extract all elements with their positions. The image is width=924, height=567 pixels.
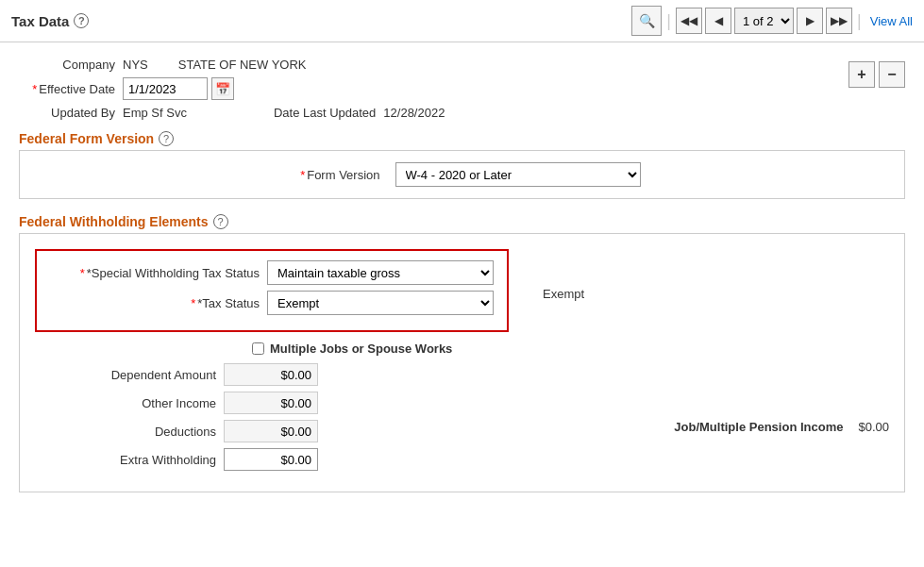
other-income-label: Other Income — [35, 396, 224, 410]
updated-by-left: Updated By Emp Sf Svc — [19, 106, 198, 120]
tax-status-label: *Tax Status — [50, 296, 267, 310]
effective-date-row: Effective Date 📅 — [19, 77, 848, 100]
form-version-select[interactable]: W-4 - 2020 or Later W-4 - 2019 or Earlie… — [395, 162, 641, 187]
highlighted-area: *Special Withholding Tax Status Maintain… — [35, 249, 889, 342]
withholding-section: *Special Withholding Tax Status Maintain… — [19, 233, 905, 492]
nav-last-button[interactable]: ▶▶ — [826, 8, 852, 34]
job-pension-label: Job/Multiple Pension Income — [674, 420, 843, 434]
header-bar: Tax Data ? 🔍 | ◀◀ ◀ 1 of 2 2 of 2 ▶ ▶▶ |… — [0, 0, 924, 42]
title-text: Tax Data — [11, 13, 69, 29]
calendar-button[interactable]: 📅 — [211, 77, 234, 100]
special-withholding-row: *Special Withholding Tax Status Maintain… — [50, 260, 494, 285]
special-withholding-box: *Special Withholding Tax Status Maintain… — [35, 249, 509, 332]
amount-section: Dependent Amount Other Income Deductions… — [35, 363, 889, 476]
dependent-amount-input[interactable] — [224, 363, 318, 386]
form-version-row: Form Version W-4 - 2020 or Later W-4 - 2… — [35, 162, 889, 187]
remove-button[interactable]: − — [879, 61, 905, 88]
extra-withholding-label: Extra Withholding — [35, 453, 224, 467]
nav-separator-1: | — [666, 11, 671, 31]
deductions-input[interactable] — [224, 420, 318, 442]
deductions-row: Deductions — [35, 420, 636, 442]
info-section: Company NYS STATE OF NEW YORK Effective … — [19, 58, 905, 120]
dependent-amount-row: Dependent Amount — [35, 363, 636, 386]
search-button[interactable]: 🔍 — [631, 6, 662, 36]
withholding-title: Federal Withholding Elements — [19, 214, 209, 229]
job-pension-value: $0.00 — [858, 420, 889, 434]
special-withholding-select[interactable]: Maintain taxable gross Exempt Withhold a… — [267, 260, 494, 285]
nav-separator-2: | — [857, 11, 862, 31]
main-content: + − Company NYS STATE OF NEW YORK Effect… — [0, 42, 924, 523]
job-pension-area: Job/Multiple Pension Income $0.00 — [674, 363, 889, 476]
date-last-updated-label: Date Last Updated — [274, 106, 376, 120]
federal-form-title: Federal Form Version — [19, 131, 154, 146]
other-income-input[interactable] — [224, 392, 318, 414]
multiple-jobs-label: Multiple Jobs or Spouse Works — [270, 342, 452, 356]
nav-first-button[interactable]: ◀◀ — [676, 8, 702, 34]
company-name: STATE OF NEW YORK — [178, 58, 307, 72]
federal-form-header-outer: Federal Form Version ? — [19, 131, 905, 146]
deductions-label: Deductions — [35, 425, 224, 439]
page-select[interactable]: 1 of 2 2 of 2 — [734, 8, 794, 34]
withholding-help-icon[interactable]: ? — [213, 214, 228, 229]
updated-by-row: Updated By Emp Sf Svc Date Last Updated … — [19, 106, 905, 120]
multiple-jobs-row: Multiple Jobs or Spouse Works — [252, 342, 889, 356]
company-code: NYS — [123, 58, 148, 72]
navigation-controls: 🔍 | ◀◀ ◀ 1 of 2 2 of 2 ▶ ▶▶ | View All — [631, 6, 913, 36]
updated-by-value: Emp Sf Svc — [123, 106, 187, 120]
withholding-header-outer: Federal Withholding Elements ? — [19, 214, 905, 229]
page-title: Tax Data ? — [11, 13, 89, 29]
effective-date-input[interactable] — [123, 77, 208, 100]
date-input-wrapper: 📅 — [123, 77, 234, 100]
federal-form-section: Form Version W-4 - 2020 or Later W-4 - 2… — [19, 150, 905, 199]
nav-prev-button[interactable]: ◀ — [705, 8, 731, 34]
company-label: Company — [19, 58, 123, 72]
extra-withholding-row: Extra Withholding — [35, 448, 636, 471]
effective-date-label: Effective Date — [19, 82, 123, 96]
action-buttons: + − — [848, 61, 905, 88]
view-all-link[interactable]: View All — [870, 14, 913, 28]
multiple-jobs-checkbox[interactable] — [252, 342, 264, 355]
tax-status-row: *Tax Status Exempt Single Married Marrie… — [50, 291, 494, 315]
add-button[interactable]: + — [848, 61, 875, 88]
exempt-label: Exempt — [543, 287, 584, 301]
extra-withholding-input[interactable] — [224, 448, 318, 471]
date-last-updated: Date Last Updated 12/28/2022 — [274, 106, 445, 120]
tax-status-select[interactable]: Exempt Single Married Married Filing Sep… — [267, 291, 494, 315]
nav-next-button[interactable]: ▶ — [797, 8, 823, 34]
amount-left: Dependent Amount Other Income Deductions… — [35, 363, 636, 476]
other-income-row: Other Income — [35, 392, 636, 414]
exempt-display: Exempt — [524, 249, 584, 301]
form-version-label: Form Version — [284, 168, 388, 182]
company-row: Company NYS STATE OF NEW YORK — [19, 58, 848, 72]
date-last-updated-value: 12/28/2022 — [383, 106, 445, 120]
title-help-icon[interactable]: ? — [74, 13, 89, 28]
special-withholding-label: *Special Withholding Tax Status — [50, 266, 267, 280]
federal-form-help-icon[interactable]: ? — [159, 131, 174, 146]
updated-by-label: Updated By — [19, 106, 123, 120]
dependent-amount-label: Dependent Amount — [35, 368, 224, 382]
